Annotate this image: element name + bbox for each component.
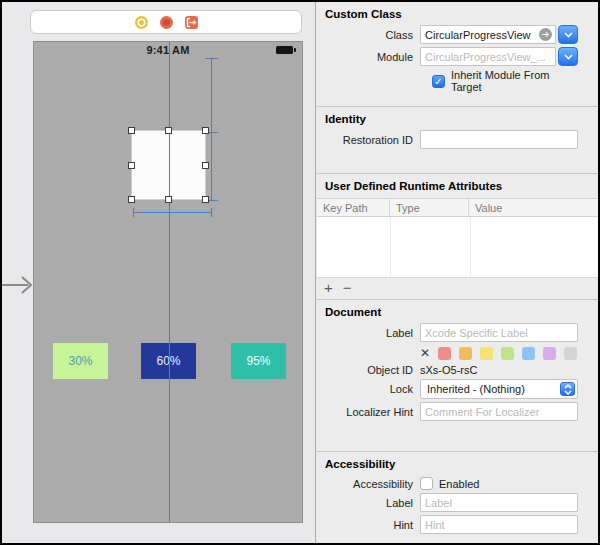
chevron-down-icon (564, 54, 573, 60)
runtime-attributes-table-header: Key Path Type Value (317, 198, 598, 217)
localizer-hint-input[interactable] (420, 402, 578, 421)
exit-arrow-glyph (186, 17, 197, 28)
storyboard-canvas[interactable]: 9:41 AM 30% 60% 95% (2, 2, 316, 543)
add-attribute-button[interactable]: + (324, 280, 333, 295)
section-title: Custom Class (317, 2, 598, 22)
accessibility-label-label: Label (317, 497, 413, 509)
section-document: Document Label ✕ Object ID sXs-O5-rsC Lo… (317, 300, 598, 452)
resize-handle-bottom-right[interactable] (202, 196, 209, 203)
accessibility-label: Accessibility (317, 478, 413, 490)
resize-handle-mid-left[interactable] (128, 162, 135, 169)
section-title: Document (317, 300, 598, 320)
inherit-module-checkbox[interactable]: ✓ (432, 75, 445, 88)
module-label: Module (317, 51, 413, 63)
remove-attribute-button[interactable]: − (343, 280, 352, 295)
class-label: Class (317, 29, 413, 41)
resize-handle-bottom-left[interactable] (128, 196, 135, 203)
document-label-input[interactable] (420, 323, 578, 342)
progress-box-95[interactable]: 95% (231, 343, 286, 379)
accessibility-hint-input[interactable] (420, 515, 578, 534)
first-responder-icon[interactable] (160, 16, 173, 29)
document-color-swatches: ✕ (317, 346, 578, 360)
xcode-interface-builder: 9:41 AM 30% 60% 95% (0, 0, 600, 545)
restoration-id-label: Restoration ID (317, 134, 413, 146)
lock-value: Inherited - (Nothing) (427, 383, 525, 395)
lock-stepper[interactable] (560, 382, 575, 396)
accessibility-hint-label: Hint (317, 519, 413, 531)
clear-color-button[interactable]: ✕ (420, 346, 430, 360)
module-dropdown-button[interactable] (558, 47, 578, 66)
resize-handle-bottom-center[interactable] (165, 196, 172, 203)
lock-label: Lock (317, 383, 413, 395)
section-title: Accessibility (317, 452, 598, 472)
column-type[interactable]: Type (390, 199, 469, 216)
progress-box-30[interactable]: 30% (53, 343, 108, 379)
width-constraint-line[interactable] (133, 212, 212, 213)
swatch-list (438, 347, 577, 360)
section-title: User Defined Runtime Attributes (317, 174, 598, 194)
section-runtime-attributes: User Defined Runtime Attributes Key Path… (317, 174, 598, 300)
exit-icon[interactable] (185, 16, 198, 29)
object-id-label: Object ID (317, 364, 413, 376)
status-bar-time: 9:41 AM (34, 44, 302, 56)
section-identity: Identity Restoration ID (317, 107, 598, 174)
section-custom-class: Custom Class Class ➔ Module (317, 2, 598, 107)
identity-inspector: Custom Class Class ➔ Module (317, 2, 598, 543)
lock-dropdown[interactable]: Inherited - (Nothing) (420, 379, 578, 399)
column-divider (390, 217, 391, 277)
column-divider (470, 217, 471, 277)
vertical-center-guide[interactable] (169, 42, 170, 522)
color-swatch[interactable] (564, 347, 577, 360)
color-swatch[interactable] (501, 347, 514, 360)
color-swatch[interactable] (438, 347, 451, 360)
width-constraint-right-cap (211, 208, 212, 217)
resize-handle-top-center[interactable] (165, 127, 172, 134)
color-swatch[interactable] (543, 347, 556, 360)
color-swatch[interactable] (480, 347, 493, 360)
section-title: Identity (317, 107, 598, 127)
accessibility-label-input[interactable] (420, 493, 578, 512)
inherit-module-label: Inherit Module From Target (451, 69, 578, 93)
height-constraint-line[interactable] (211, 58, 212, 201)
document-label-label: Label (317, 327, 413, 339)
color-swatch[interactable] (522, 347, 535, 360)
width-constraint-left-cap (133, 208, 134, 217)
color-swatch[interactable] (459, 347, 472, 360)
column-value[interactable]: Value (469, 202, 598, 214)
resize-handle-top-right[interactable] (202, 127, 209, 134)
chevron-down-icon (564, 32, 573, 38)
resize-handle-top-left[interactable] (128, 127, 135, 134)
object-id-value: sXs-O5-rsC (420, 364, 578, 376)
class-dropdown-button[interactable] (558, 25, 578, 44)
column-key-path[interactable]: Key Path (317, 199, 390, 216)
enabled-label: Enabled (439, 478, 479, 490)
chevron-up-down-icon (564, 384, 572, 395)
restoration-id-input[interactable] (420, 130, 578, 149)
jump-to-class-icon[interactable]: ➔ (539, 28, 552, 41)
module-input[interactable] (420, 47, 556, 66)
view-controller-icon[interactable] (135, 16, 148, 29)
iphone-view[interactable]: 9:41 AM 30% 60% 95% (33, 41, 303, 523)
section-accessibility: Accessibility Accessibility Enabled Labe… (317, 452, 598, 545)
accessibility-enabled-checkbox[interactable] (420, 477, 433, 490)
class-input[interactable] (420, 25, 556, 44)
resize-handle-mid-right[interactable] (202, 162, 209, 169)
view-controller-dock (30, 10, 302, 34)
localizer-hint-label: Localizer Hint (317, 406, 413, 418)
runtime-attributes-table-body[interactable] (317, 217, 598, 278)
battery-icon (276, 46, 293, 54)
height-constraint-top-cap (205, 58, 218, 59)
storyboard-entry-arrow[interactable] (2, 273, 36, 297)
